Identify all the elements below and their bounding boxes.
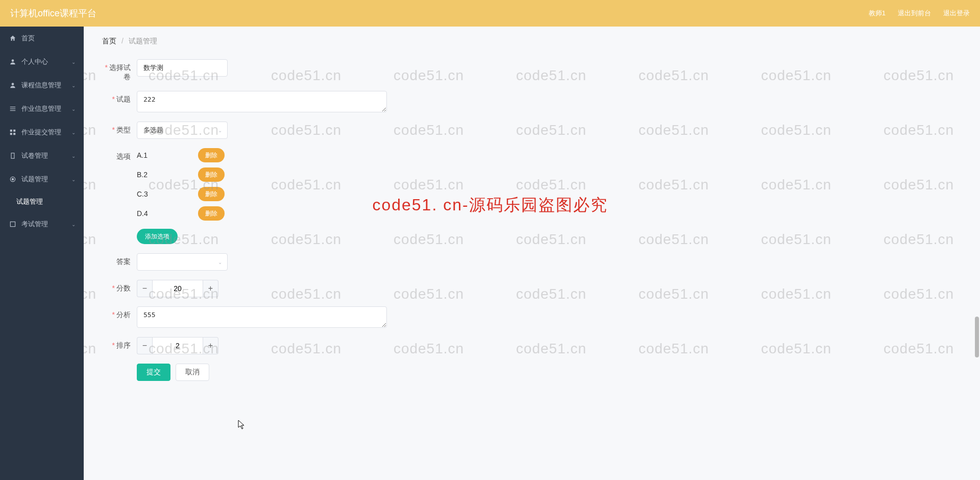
submit-button[interactable]: 提交 xyxy=(137,364,170,381)
label-sort: *排序 xyxy=(102,337,137,350)
chevron-down-icon: ⌄ xyxy=(71,106,76,112)
svg-point-11 xyxy=(12,178,14,180)
svg-rect-2 xyxy=(10,107,16,107)
sidebar-item-label: 个人中心 xyxy=(21,57,48,66)
option-row: C.3 删除 xyxy=(137,187,225,201)
sidebar-item-label: 首页 xyxy=(21,34,35,43)
option-row: B.2 删除 xyxy=(137,167,225,182)
label-analysis: *分析 xyxy=(102,306,137,320)
delete-option-button[interactable]: 删除 xyxy=(198,167,225,182)
breadcrumb-home[interactable]: 首页 xyxy=(102,37,116,45)
logout-link[interactable]: 退出登录 xyxy=(943,9,970,18)
sidebar-item-label: 作业信息管理 xyxy=(21,104,61,113)
list-icon xyxy=(9,105,16,112)
svg-rect-3 xyxy=(10,108,16,109)
label-options: 选项 xyxy=(102,148,137,161)
sidebar-item-profile[interactable]: 个人中心 ⌄ xyxy=(0,50,84,74)
sidebar-item-exam[interactable]: 考试管理 ⌄ xyxy=(0,212,84,236)
sidebar-item-submit[interactable]: 作业提交管理 ⌄ xyxy=(0,121,84,144)
chevron-down-icon: ⌄ xyxy=(71,177,76,182)
main-content: 首页 / 试题管理 *选择试卷 *试题 *类型 多选题 ⌄ 选项 A.1 xyxy=(84,27,980,480)
svg-rect-8 xyxy=(13,133,15,135)
svg-rect-4 xyxy=(10,110,16,111)
exam-icon xyxy=(9,221,16,228)
user-mg-icon xyxy=(9,82,16,89)
label-select-paper: *选择试卷 xyxy=(102,59,137,82)
sidebar-item-home[interactable]: 首页 xyxy=(0,27,84,50)
type-select-value: 多选题 xyxy=(143,126,163,135)
sort-stepper: − + xyxy=(137,337,218,354)
sort-increase-button[interactable]: + xyxy=(203,337,218,354)
label-question: *试题 xyxy=(102,91,137,104)
svg-rect-7 xyxy=(10,133,12,135)
chevron-down-icon: ⌄ xyxy=(71,222,76,227)
answer-select[interactable]: ⌄ xyxy=(137,253,228,271)
scrollbar-thumb[interactable] xyxy=(975,317,979,357)
option-text: A.1 xyxy=(137,151,198,159)
svg-rect-6 xyxy=(13,130,15,132)
user-link[interactable]: 教师1 xyxy=(869,9,886,18)
type-select[interactable]: 多选题 ⌄ xyxy=(137,122,228,139)
label-answer: 答案 xyxy=(102,253,137,267)
score-increase-button[interactable]: + xyxy=(203,280,218,297)
sort-decrease-button[interactable]: − xyxy=(137,337,152,354)
delete-option-button[interactable]: 删除 xyxy=(198,206,225,221)
cursor-icon xyxy=(238,420,246,431)
sort-input[interactable] xyxy=(152,337,203,354)
paper-icon xyxy=(9,152,16,159)
svg-point-1 xyxy=(12,83,14,85)
add-option-button[interactable]: 添加选项 xyxy=(137,229,178,244)
app-logo: 计算机office课程平台 xyxy=(10,7,96,19)
sidebar-item-label: 作业提交管理 xyxy=(21,128,61,137)
chevron-down-icon: ⌄ xyxy=(71,83,76,88)
label-score: *分数 xyxy=(102,280,137,293)
sidebar-item-label: 课程信息管理 xyxy=(21,81,61,90)
question-textarea[interactable] xyxy=(137,91,387,112)
grid-icon xyxy=(9,129,16,136)
svg-rect-5 xyxy=(10,130,12,132)
breadcrumb-sep: / xyxy=(121,37,124,45)
option-text: C.3 xyxy=(137,190,198,198)
sidebar-item-label: 试题管理 xyxy=(16,197,43,206)
chevron-down-icon: ⌄ xyxy=(71,153,76,159)
score-decrease-button[interactable]: − xyxy=(137,280,152,297)
svg-rect-12 xyxy=(10,222,15,226)
top-header: 计算机office课程平台 教师1 退出到前台 退出登录 xyxy=(0,0,980,27)
target-icon xyxy=(9,176,16,183)
sidebar-item-label: 考试管理 xyxy=(21,220,48,229)
chevron-down-icon: ⌄ xyxy=(218,259,222,265)
analysis-textarea[interactable] xyxy=(137,306,387,328)
delete-option-button[interactable]: 删除 xyxy=(198,187,225,201)
chevron-down-icon: ⌄ xyxy=(71,59,76,65)
sidebar: 首页 个人中心 ⌄ 课程信息管理 ⌄ 作业信息管理 ⌄ 作业提交管理 ⌄ 试卷管… xyxy=(0,27,84,480)
score-input[interactable] xyxy=(152,280,203,297)
sidebar-item-course[interactable]: 课程信息管理 ⌄ xyxy=(0,74,84,97)
sidebar-subitem-question-manage[interactable]: 试题管理 xyxy=(0,191,84,212)
svg-rect-9 xyxy=(11,153,14,159)
breadcrumb-current: 试题管理 xyxy=(129,37,157,45)
exit-to-front-link[interactable]: 退出到前台 xyxy=(898,9,931,18)
chevron-down-icon: ⌄ xyxy=(71,130,76,135)
option-row: A.1 删除 xyxy=(137,148,225,162)
label-type: *类型 xyxy=(102,122,137,135)
chevron-down-icon: ⌄ xyxy=(218,128,222,133)
sidebar-item-label: 试题管理 xyxy=(21,175,48,184)
option-row: D.4 删除 xyxy=(137,206,225,221)
sidebar-item-homework[interactable]: 作业信息管理 ⌄ xyxy=(0,97,84,121)
home-icon xyxy=(9,35,16,42)
sidebar-item-paper[interactable]: 试卷管理 ⌄ xyxy=(0,144,84,167)
sidebar-item-label: 试卷管理 xyxy=(21,151,48,160)
svg-point-0 xyxy=(12,59,14,62)
sidebar-item-question[interactable]: 试题管理 ⌄ xyxy=(0,167,84,191)
option-text: D.4 xyxy=(137,209,198,218)
option-text: B.2 xyxy=(137,171,198,179)
select-paper-input[interactable] xyxy=(137,59,228,77)
breadcrumb: 首页 / 试题管理 xyxy=(84,27,980,54)
cancel-button[interactable]: 取消 xyxy=(176,364,209,381)
score-stepper: − + xyxy=(137,280,218,297)
delete-option-button[interactable]: 删除 xyxy=(198,148,225,162)
user-icon xyxy=(9,58,16,65)
